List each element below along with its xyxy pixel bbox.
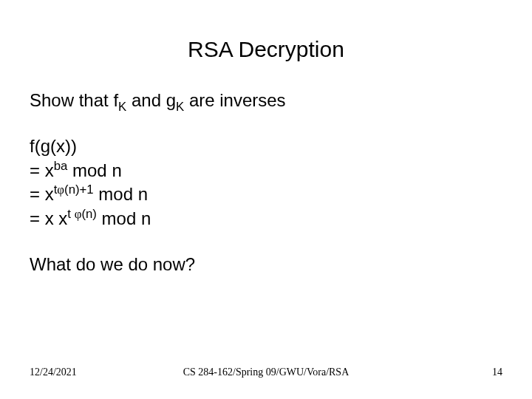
- slide-title: RSA Decryption: [30, 37, 502, 62]
- eq3-pre: = x: [30, 184, 54, 204]
- footer-date: 12/24/2021: [30, 366, 77, 378]
- intro-post: are inverses: [184, 90, 285, 110]
- eq3-post: mod n: [94, 184, 148, 204]
- intro-mid: and g: [126, 90, 176, 110]
- closing-line: What do we do now?: [30, 253, 502, 276]
- phi-icon: φ: [75, 207, 82, 221]
- eq-line-3: = xtφ(n)+1 mod n: [30, 183, 502, 206]
- slide: RSA Decryption Show that fK and gK are i…: [0, 0, 532, 399]
- eq2-post: mod n: [67, 160, 121, 180]
- footer-course: CS 284-162/Spring 09/GWU/Vora/RSA: [183, 366, 349, 378]
- eq4-pre: = x x: [30, 208, 67, 228]
- equation-block: f(g(x)) = xba mod n = xtφ(n)+1 mod n = x…: [30, 134, 502, 231]
- eq4-sup: t φ(n): [67, 207, 97, 221]
- intro-line: Show that fK and gK are inverses: [30, 89, 502, 112]
- phi-icon: φ: [57, 183, 64, 197]
- footer-page: 14: [492, 366, 502, 378]
- eq2-sup: ba: [54, 159, 68, 173]
- eq2-pre: = x: [30, 160, 54, 180]
- intro-sub1: K: [118, 100, 126, 114]
- intro-sub2: K: [176, 100, 184, 114]
- intro-pre: Show that f: [30, 90, 118, 110]
- slide-body: Show that fK and gK are inverses f(g(x))…: [30, 89, 502, 276]
- eq4-post: mod n: [97, 208, 151, 228]
- slide-footer: 12/24/2021 CS 284-162/Spring 09/GWU/Vora…: [0, 366, 532, 378]
- eq-line-1: f(g(x)): [30, 134, 502, 158]
- eq-line-2: = xba mod n: [30, 159, 502, 183]
- eq-line-4: = x xt φ(n) mod n: [30, 207, 502, 231]
- eq3-sup: tφ(n)+1: [54, 183, 94, 197]
